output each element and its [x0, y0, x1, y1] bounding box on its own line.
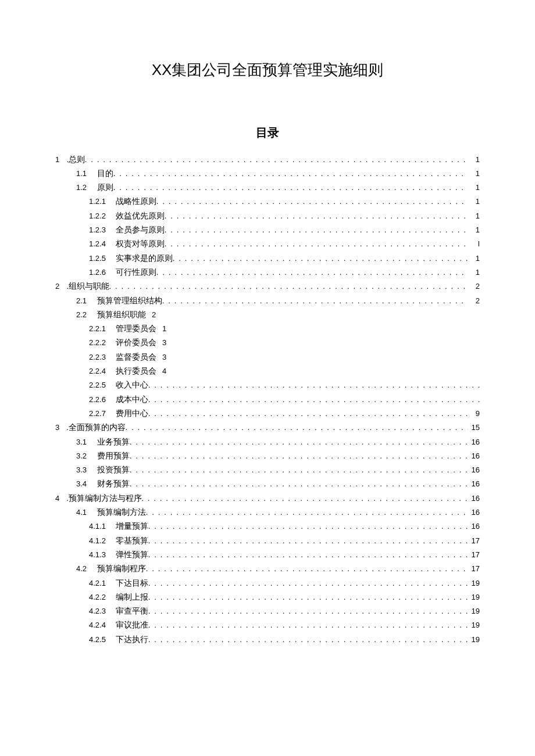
toc-entry-label: 业务预算	[97, 436, 130, 449]
toc-entry: 3.2费用预算16	[55, 450, 480, 463]
toc-entry-number: 4.1	[76, 507, 97, 519]
toc-entry-number: 2.2.6	[89, 394, 116, 406]
toc-entry-number: 1.2.6	[89, 267, 116, 279]
toc-leader-dots	[148, 605, 468, 618]
toc-entry-label: 权责对等原则	[116, 238, 165, 250]
toc-entry-number: 4	[55, 493, 66, 505]
toc-leader-dots	[148, 521, 468, 533]
toc-entry-number: 2.2.2	[89, 337, 116, 349]
toc-entry-label: 下达执行	[116, 633, 148, 646]
toc-entry-page: 2	[468, 295, 480, 307]
toc-entry-page: 19	[468, 619, 480, 632]
toc-leader-dots	[85, 154, 468, 166]
toc-entry-label: 预算组织职能	[97, 309, 146, 321]
toc-leader-dots	[165, 224, 468, 237]
toc-entry-number: 3	[55, 422, 66, 434]
toc-leader-dots	[148, 634, 468, 646]
toc-entry-number: 4.2.4	[89, 619, 116, 632]
toc-entry-page: 17	[468, 563, 480, 575]
toc-entry-number: 1.2.1	[89, 196, 116, 208]
toc-entry: 4.1.2零基预算17	[55, 535, 480, 547]
toc-entry-number: 4.1.3	[89, 549, 116, 561]
toc-entry-label: 审议批准	[116, 619, 148, 632]
toc-entry: 4.2.1下达目标19	[55, 577, 480, 590]
toc-entry-label: .全面预算的内容	[66, 421, 125, 434]
toc-entry-page: 1	[468, 210, 480, 223]
toc-entry-label: 评价委员会	[116, 336, 156, 349]
toc-entry-number: 4.1.2	[89, 535, 116, 547]
toc-entry-number: 2.2	[76, 309, 97, 321]
toc-entry-label: 预算管理组织结构	[97, 295, 162, 307]
toc-entry: 1.1目的1	[55, 167, 480, 180]
toc-entry-number: 4.2.2	[89, 592, 116, 604]
toc-entry-label: 目的	[97, 167, 113, 180]
toc-entry-label: 费用预算	[97, 450, 130, 463]
toc-entry: 4.1.1增量预算16	[55, 520, 480, 533]
toc-entry: 2.2.4执行委员会4	[55, 365, 480, 378]
toc-entry-label: 战略性原则	[116, 195, 156, 208]
toc-entry-page: 1	[468, 196, 480, 208]
toc-entry: 1.2.5实事求是的原则1	[55, 252, 480, 265]
toc-entry-number: 1.2.4	[89, 238, 116, 250]
toc-entry-page: 16	[468, 478, 480, 490]
toc-entry-label: 投资预算	[97, 464, 130, 476]
toc-entry: 2.2.6成本中心	[55, 393, 480, 406]
toc-entry-number: 4.2	[76, 563, 97, 575]
toc-entry: 3.1业务预算16	[55, 436, 480, 449]
toc-entry-page: 1	[468, 224, 480, 237]
toc-entry: 1.2原则1	[55, 181, 480, 194]
toc-leader-dots	[126, 422, 468, 434]
toc-entry-page: 16	[468, 493, 480, 505]
toc-entry-page: 3	[162, 337, 166, 349]
toc-leader-dots	[146, 563, 468, 575]
toc-entry: 2.1预算管理组织结构2	[55, 295, 480, 307]
toc-entry: 4.2.4审议批准19	[55, 619, 480, 632]
toc-entry-number: 3.4	[76, 478, 97, 490]
toc-entry-page: 16	[468, 507, 480, 519]
toc-entry-page: 2	[152, 309, 156, 321]
toc-leader-dots	[148, 408, 468, 420]
toc-entry: 4.2预算编制程序17	[55, 562, 480, 575]
toc-entry-page: l	[468, 238, 480, 250]
table-of-contents: 1.总则11.1目的11.2原则11.2.1战略性原则11.2.2效益优先原则1…	[55, 153, 480, 646]
toc-entry-page: 2	[468, 281, 480, 293]
toc-leader-dots	[173, 253, 468, 265]
toc-entry-number: 1.2.2	[89, 210, 116, 223]
toc-entry-number: 1	[55, 154, 67, 166]
toc-entry-page: 1	[468, 154, 480, 166]
toc-entry-page: 17	[468, 535, 480, 547]
toc-entry-page: 19	[468, 634, 480, 646]
toc-entry-number: 2	[55, 281, 66, 293]
toc-entry-label: 实事求是的原则	[116, 252, 173, 265]
toc-entry: 3.全面预算的内容15	[55, 421, 480, 434]
toc-leader-dots	[142, 493, 469, 505]
toc-leader-dots	[148, 394, 480, 406]
toc-leader-dots	[156, 267, 468, 279]
toc-entry-label: 效益优先原则	[116, 210, 165, 223]
toc-entry: 4.2.3审查平衡19	[55, 605, 480, 618]
toc-entry-page: 19	[468, 578, 480, 590]
toc-entry: 2.2.2评价委员会3	[55, 336, 480, 349]
toc-entry: 4.2.5下达执行19	[55, 633, 480, 646]
toc-entry-label: 弹性预算	[116, 549, 148, 561]
toc-entry: 1.总则1	[55, 153, 480, 166]
toc-entry: 2.2.5收入中心	[55, 379, 480, 392]
toc-entry-number: 2.2.5	[89, 379, 116, 392]
toc-entry-page: 17	[468, 549, 480, 561]
toc-entry-label: 管理委员会	[116, 323, 156, 335]
toc-entry: 2.2.7费用中心9	[55, 407, 480, 420]
document-title: XX集团公司全面预算管理实施细则	[55, 58, 480, 83]
toc-entry-page: 1	[468, 253, 480, 265]
toc-entry: 4.2.2编制上报19	[55, 591, 480, 604]
toc-entry-label: 执行委员会	[116, 365, 156, 378]
toc-leader-dots	[148, 535, 468, 547]
toc-entry: 1.2.1战略性原则1	[55, 195, 480, 208]
toc-leader-dots	[130, 436, 468, 449]
toc-entry-number: 2.2.7	[89, 408, 116, 420]
toc-entry: 1.2.3全员参与原则1	[55, 224, 480, 237]
toc-entry-number: 1.1	[76, 168, 97, 180]
toc-entry-page: 16	[468, 436, 480, 449]
toc-leader-dots	[130, 478, 468, 490]
toc-entry-label: 可行性原则	[116, 266, 156, 279]
toc-leader-dots	[148, 619, 468, 632]
